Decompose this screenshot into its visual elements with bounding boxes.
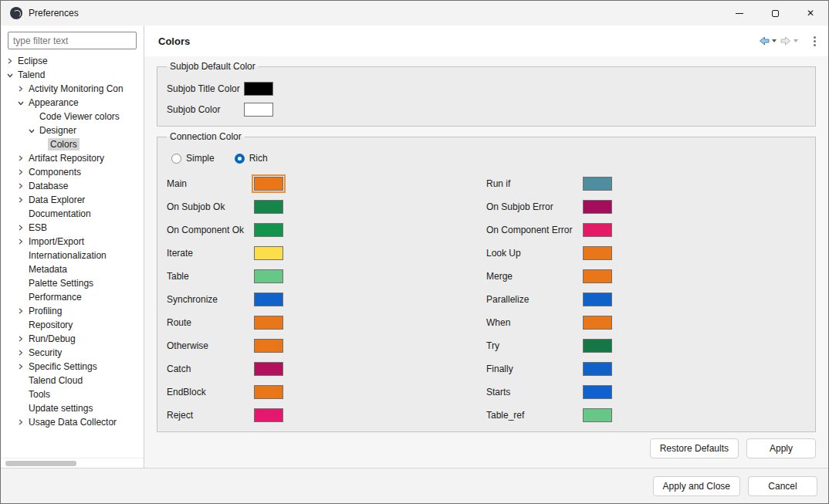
connection-row-starts: Starts [486, 385, 806, 399]
tree-item-label: Import/Export [26, 235, 86, 248]
restore-defaults-button[interactable]: Restore Defaults [650, 438, 739, 458]
color-swatch-run-if[interactable] [583, 177, 612, 191]
chevron-right-icon[interactable] [15, 335, 26, 343]
chevron-right-icon[interactable] [15, 85, 26, 93]
color-swatch-on-component-ok[interactable] [254, 223, 283, 237]
color-swatch-when[interactable] [583, 316, 612, 330]
connection-row-on-component-error: On Component Error [486, 223, 806, 237]
color-label: Catch [167, 364, 254, 374]
chevron-right-icon[interactable] [15, 418, 26, 426]
maximize-button[interactable] [757, 1, 793, 25]
color-swatch-main[interactable] [254, 177, 283, 191]
tree-item-esb[interactable]: ESB [1, 221, 144, 235]
tree-item-documentation[interactable]: Documentation [1, 207, 144, 221]
subjob-rows: Subjob Title ColorSubjob Color [167, 82, 806, 117]
forward-button[interactable] [778, 32, 800, 49]
color-label: Subjob Title Color [167, 83, 244, 94]
tree-item-profiling[interactable]: Profiling [1, 304, 144, 318]
color-swatch-on-subjob-error[interactable] [583, 200, 612, 214]
scrollbar-thumb[interactable] [5, 461, 76, 466]
color-swatch-parallelize[interactable] [583, 293, 612, 306]
tree-item-code-viewer-colors[interactable]: Code Viewer colors [1, 110, 144, 123]
radio-simple[interactable]: Simple [171, 153, 215, 164]
apply-and-close-button[interactable]: Apply and Close [653, 476, 740, 496]
chevron-right-icon[interactable] [15, 154, 26, 162]
tree-item-artifact-repository[interactable]: Artifact Repository [1, 151, 144, 165]
tree-item-components[interactable]: Components [1, 165, 144, 179]
color-swatch-catch[interactable] [254, 362, 283, 376]
color-swatch-try[interactable] [583, 339, 612, 353]
minimize-button[interactable] [722, 1, 757, 25]
close-button[interactable]: ✕ [793, 1, 828, 25]
color-swatch-finally[interactable] [583, 362, 612, 376]
color-swatch-iterate[interactable] [254, 246, 283, 260]
tree-item-run-debug[interactable]: Run/Debug [1, 332, 144, 346]
tree-item-repository[interactable]: Repository [1, 318, 144, 332]
color-swatch-reject[interactable] [254, 408, 283, 422]
tree-item-label: Profiling [26, 305, 64, 317]
tree-item-internationalization[interactable]: Internationalization [1, 249, 144, 262]
chevron-down-icon[interactable] [15, 100, 26, 107]
main-area: EclipseTalendActivity Monitoring ConAppe… [1, 25, 828, 468]
chevron-right-icon[interactable] [15, 238, 26, 245]
tree-item-appearance[interactable]: Appearance [1, 96, 144, 110]
dialog-button-bar: Apply and Close Cancel [1, 468, 828, 503]
tree-item-designer[interactable]: Designer [1, 123, 144, 137]
chevron-right-icon[interactable] [15, 363, 26, 370]
back-dropdown-caret[interactable] [772, 39, 777, 42]
color-swatch-on-subjob-ok[interactable] [254, 200, 283, 214]
chevron-right-icon[interactable] [15, 168, 26, 176]
color-swatch-starts[interactable] [583, 385, 612, 399]
tree-item-talend-cloud[interactable]: Talend Cloud [1, 374, 144, 387]
tree-item-specific-settings[interactable]: Specific Settings [1, 360, 144, 374]
color-swatch-table-ref[interactable] [583, 408, 612, 422]
sidebar-horizontal-scrollbar[interactable] [1, 458, 144, 468]
chevron-down-icon[interactable] [25, 127, 37, 134]
forward-dropdown-caret[interactable] [793, 39, 798, 42]
chevron-right-icon[interactable] [15, 196, 26, 204]
tree-item-activity-monitoring-con[interactable]: Activity Monitoring Con [1, 82, 144, 96]
color-swatch-table[interactable] [254, 269, 283, 283]
tree-item-import-export[interactable]: Import/Export [1, 235, 144, 249]
color-swatch-route[interactable] [254, 316, 283, 330]
tree-item-tools[interactable]: Tools [1, 387, 144, 401]
tree-item-database[interactable]: Database [1, 179, 144, 193]
chevron-right-icon[interactable] [15, 307, 26, 315]
tree-item-performance[interactable]: Performance [1, 290, 144, 304]
radio-rich-icon[interactable] [235, 154, 245, 164]
tree-item-palette-settings[interactable]: Palette Settings [1, 276, 144, 290]
back-button[interactable] [756, 32, 778, 49]
tree-item-data-explorer[interactable]: Data Explorer [1, 193, 144, 207]
color-swatch-merge[interactable] [583, 269, 612, 283]
tree-item-label: Talend Cloud [26, 374, 85, 387]
tree-item-security[interactable]: Security [1, 346, 144, 360]
color-swatch-on-component-error[interactable] [583, 223, 612, 237]
radio-simple-icon[interactable] [171, 154, 181, 164]
chevron-right-icon[interactable] [15, 349, 26, 357]
radio-rich[interactable]: Rich [235, 153, 268, 164]
tree-item-eclipse[interactable]: Eclipse [1, 54, 144, 68]
chevron-right-icon[interactable] [15, 224, 26, 232]
view-menu-icon[interactable] [810, 33, 819, 49]
color-label: On Component Ok [167, 225, 254, 235]
tree-item-metadata[interactable]: Metadata [1, 262, 144, 276]
tree-item-usage-data-collector[interactable]: Usage Data Collector [1, 415, 144, 429]
minimize-icon [736, 13, 743, 14]
chevron-down-icon[interactable] [4, 72, 15, 79]
color-swatch-subjob-color[interactable] [244, 103, 273, 117]
tree-item-update-settings[interactable]: Update settings [1, 401, 144, 415]
color-swatch-endblock[interactable] [254, 385, 283, 399]
color-swatch-synchronize[interactable] [254, 293, 283, 306]
tree-item-talend[interactable]: Talend [1, 68, 144, 82]
cancel-button[interactable]: Cancel [748, 476, 817, 496]
apply-button[interactable]: Apply [746, 438, 816, 458]
filter-input[interactable] [8, 32, 137, 49]
chevron-right-icon[interactable] [4, 57, 15, 65]
color-swatch-look-up[interactable] [583, 246, 612, 260]
chevron-right-icon[interactable] [15, 182, 26, 190]
color-swatch-otherwise[interactable] [254, 339, 283, 353]
tree-item-colors[interactable]: Colors [1, 137, 144, 151]
color-label: Reject [167, 410, 254, 421]
color-label: Iterate [167, 248, 254, 259]
color-swatch-subjob-title-color[interactable] [244, 82, 273, 96]
